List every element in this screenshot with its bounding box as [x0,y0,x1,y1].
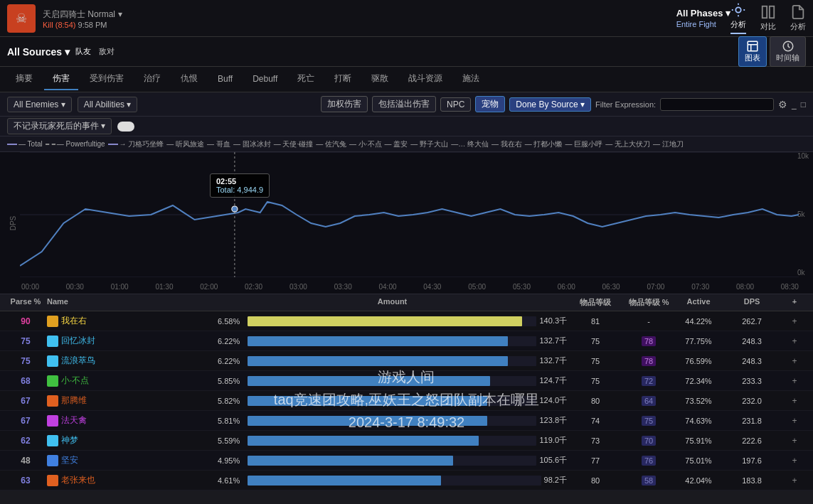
weighted-dmg-tag[interactable]: 加权伤害 [321,96,368,112]
filter-gear-icon[interactable]: ⚙ [778,99,787,110]
done-by-source-tag[interactable]: Done By Source ▾ [509,97,591,112]
name-cell: 回忆冰封 [47,335,218,347]
compare-btn[interactable]: 对比 [760,4,776,32]
main-content: All Enemies ▾ All Abilities ▾ 加权伤害 包括溢出伤… [0,92,813,504]
expand-btn[interactable]: + [780,436,809,446]
header-name[interactable]: Name [47,297,218,308]
dps-cell: 183.8 [723,476,780,485]
header-ilvl[interactable]: 物品等级 [567,297,624,308]
tab-resources[interactable]: 战斗资源 [400,68,451,90]
tab-debuff[interactable]: Debuff [244,70,286,90]
tab-interrupt[interactable]: 打断 [326,68,360,90]
table-row: 75 回忆冰封 6.22% 132.7千 75 78 77.75% 248.3 … [0,331,813,351]
expand-btn[interactable]: + [780,356,809,366]
parse-pct: 67 [4,396,47,406]
bar-cell: 5.85% 124.7千 [218,375,567,386]
legend-item10[interactable]: — 盖安 [385,139,408,149]
legend-item15[interactable]: — 巨服小呼 [565,139,602,149]
expand-btn[interactable]: + [780,416,809,426]
bar-track [248,396,536,406]
bar-cell: 5.81% 123.8千 [218,415,567,426]
tab-damage[interactable]: 伤害 [44,68,78,90]
class-icon [47,355,58,367]
name-cell: 流浪萃鸟 [47,355,218,367]
expand-btn[interactable]: + [780,316,809,326]
legend-item7[interactable]: — 天使·碰撞 [274,139,314,149]
svg-point-9 [232,206,238,212]
phase-sub: Entire Fight [676,20,730,28]
legend-item5[interactable]: — 哥血 [207,139,230,149]
expand-btn[interactable]: + [780,336,809,346]
ilvl-cell: 74 [567,417,624,425]
abilities-filter[interactable]: All Abilities ▾ [78,97,138,112]
parse-pct: 75 [4,336,47,346]
tab-healing[interactable]: 治疗 [135,68,169,90]
tab-summary[interactable]: 摘要 [7,68,41,90]
timeline-view-btn[interactable]: 时间轴 [770,36,806,67]
chart-view-btn[interactable]: 图表 [738,36,767,67]
expand-btn[interactable]: + [780,456,809,466]
enemies-filter[interactable]: All Enemies ▾ [7,97,72,112]
filter-expr-input[interactable] [660,98,774,111]
ilvl-cell: 81 [567,317,624,326]
tab-bar: 摘要 伤害 受到伤害 治疗 仇恨 Buff Debuff 死亡 打断 驱散 战斗… [0,67,813,92]
legend-item11[interactable]: — 野子大山 [410,139,448,149]
active-cell: 75.91% [674,436,723,445]
legend-item8[interactable]: — 佐汽兔 [316,139,346,149]
header-ilvl-pct[interactable]: 物品等级 % [624,297,674,308]
ilvl-pct-cell: 78 [624,337,674,345]
class-icon [47,415,58,427]
dps-cell: 222.6 [723,436,780,445]
chart-area: 02:55 Total: 4,944.9 10k 5k 0k DPS [0,152,813,294]
pets-tag[interactable]: 宠物 [475,96,505,112]
legend-item13[interactable]: — 我在右 [491,139,522,149]
event-option-dropdown[interactable]: 不记录玩家死后的事件 ▾ [7,118,112,134]
tab-death[interactable]: 死亡 [289,68,323,90]
bar-track [248,356,536,366]
parse-pct: 75 [4,356,47,366]
filter-close-btn[interactable]: □ [801,100,806,109]
ilvl-cell: 73 [567,436,624,445]
name-cell: 老张来也 [47,474,218,486]
legend-item14[interactable]: — 打都小懒 [525,139,563,149]
dps-cell: 248.3 [723,357,780,365]
legend-item17[interactable]: — 江地刀 [653,139,684,149]
header-active[interactable]: Active [674,297,723,308]
header-parse[interactable]: Parse % [4,297,47,308]
enemy-tab[interactable]: 敌对 [99,47,115,55]
legend-total[interactable]: — Total [7,140,43,148]
table-container: Parse % Name Amount 物品等级 物品等级 % Active D… [0,294,813,504]
header-dps[interactable]: DPS [723,297,780,308]
legend-item3[interactable]: → 刀格巧坐蜂 [108,139,164,149]
expand-btn[interactable]: + [780,396,809,406]
class-icon [47,395,58,407]
event-toggle[interactable] [117,122,134,132]
legend-item12[interactable]: —… 终大仙 [451,139,489,149]
expand-btn[interactable]: + [780,376,809,386]
expand-btn[interactable]: + [780,476,809,486]
tab-threat[interactable]: 仇恨 [172,68,206,90]
ally-tab[interactable]: 队友 [75,47,91,55]
bar-track [248,336,536,346]
header-amount[interactable]: Amount [218,297,567,308]
tab-buff[interactable]: Buff [209,70,241,90]
legend-item16[interactable]: — 无上大伏刀 [605,139,650,149]
analyze-btn-1[interactable]: 分析 [730,2,746,34]
analyze-btn-2[interactable]: 分析 [790,4,806,32]
npc-tag[interactable]: NPC [440,97,471,112]
tab-dispel[interactable]: 驱散 [363,68,397,90]
ilvl-pct-cell: 64 [624,397,674,405]
legend-powerful[interactable]: — Powerfultige [46,140,105,148]
legend-item6[interactable]: — 固冰冰封 [233,139,271,149]
tab-cast[interactable]: 施法 [454,68,488,90]
source-selector[interactable]: All Sources ▾ [7,46,70,58]
include-absorb-tag[interactable]: 包括溢出伤害 [372,96,436,112]
bar-cell: 6.58% 140.3千 [218,316,567,326]
phase-selector[interactable]: All Phases ▾ [676,8,730,18]
legend-item9[interactable]: — 小·不点 [349,139,382,149]
tab-damage-taken[interactable]: 受到伤害 [81,68,132,90]
boss-icon: ☠ [7,4,36,33]
legend-item4[interactable]: — 听风旅途 [166,139,204,149]
filter-minimize-btn[interactable]: _ [792,100,797,109]
boss-info: 天启四骑士 Normal ▾ Kill (8:54) 9:58 PM [43,8,655,29]
